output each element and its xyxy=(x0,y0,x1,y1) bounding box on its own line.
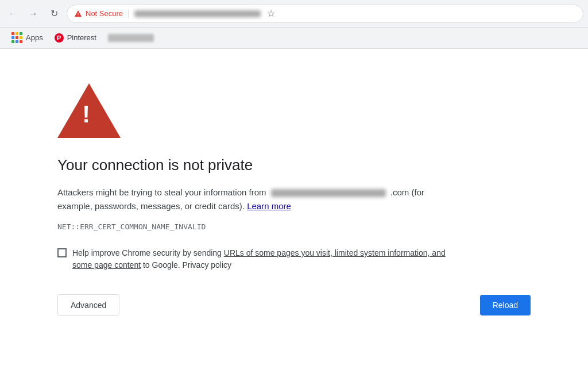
error-code: NET::ERR_CERT_COMMON_NAME_INVALID xyxy=(57,222,531,231)
bookmarks-bar: Apps P Pinterest xyxy=(0,28,588,48)
reload-icon: ↻ xyxy=(51,8,58,19)
back-button[interactable]: ← xyxy=(5,6,21,22)
pinterest-icon: P xyxy=(55,33,64,43)
security-checkbox[interactable] xyxy=(57,248,67,257)
bookmark-star-button[interactable]: ☆ xyxy=(264,7,278,21)
privacy-policy-link[interactable]: Privacy policy xyxy=(182,260,231,270)
checkbox-text-middle: to Google. xyxy=(143,260,180,270)
apps-grid-icon xyxy=(11,32,22,43)
blurred-domain-url xyxy=(271,189,386,197)
blurred-bookmark-item[interactable] xyxy=(103,32,158,44)
page-title: Your connection is not private xyxy=(57,156,531,174)
url-text xyxy=(134,10,261,17)
advanced-button[interactable]: Advanced xyxy=(57,294,119,316)
not-secure-label: Not Secure xyxy=(86,9,123,18)
checkbox-label: Help improve Chrome security by sending … xyxy=(72,247,459,271)
blurred-bookmark-url xyxy=(108,34,154,42)
checkbox-section: Help improve Chrome security by sending … xyxy=(57,247,459,271)
page-content: Your connection is not private Attackers… xyxy=(0,49,588,358)
warning-triangle-icon xyxy=(57,83,121,138)
learn-more-link[interactable]: Learn more xyxy=(247,201,291,211)
apps-bookmark[interactable]: Apps xyxy=(7,30,48,45)
reload-button[interactable]: Reload xyxy=(480,295,531,315)
pinterest-label: Pinterest xyxy=(67,33,96,42)
warning-icon xyxy=(74,10,82,18)
checkbox-text-prefix: Help improve Chrome security by sending xyxy=(72,248,222,257)
forward-icon: → xyxy=(29,9,38,19)
description-prefix: Attackers might be trying to steal your … xyxy=(57,187,266,197)
pinterest-bookmark[interactable]: P Pinterest xyxy=(50,31,101,45)
apps-label: Apps xyxy=(26,33,43,42)
address-bar[interactable]: Not Secure | ☆ xyxy=(67,5,583,23)
back-icon: ← xyxy=(8,9,17,19)
buttons-row: Advanced Reload xyxy=(57,294,531,316)
browser-chrome: ← → ↻ Not Secure | ☆ xyxy=(0,0,588,49)
page-description: Attackers might be trying to steal your … xyxy=(57,186,448,213)
reload-button[interactable]: ↻ xyxy=(46,6,62,22)
separator: | xyxy=(127,9,130,19)
toolbar: ← → ↻ Not Secure | ☆ xyxy=(0,0,588,28)
forward-button[interactable]: → xyxy=(25,6,41,22)
